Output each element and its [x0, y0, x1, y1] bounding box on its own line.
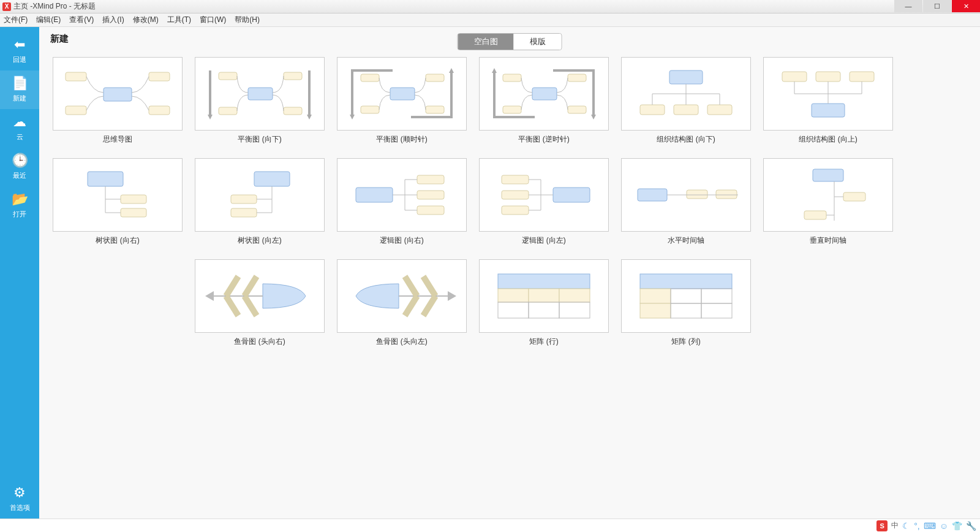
- sidebar-item-cloud[interactable]: ☁ 云: [0, 109, 39, 148]
- logic-right-icon: [344, 164, 460, 226]
- template-logic-right[interactable]: 逻辑图 (向右): [337, 158, 467, 246]
- template-label: 鱼骨图 (头向右): [195, 336, 325, 347]
- moon-icon[interactable]: ☾: [902, 521, 910, 531]
- window-minimize-button[interactable]: —: [894, 0, 922, 12]
- svg-rect-50: [231, 195, 257, 203]
- menu-edit[interactable]: 编辑(E): [36, 15, 61, 25]
- svg-rect-55: [417, 206, 444, 215]
- template-htimeline[interactable]: 水平时间轴: [621, 158, 751, 246]
- svg-rect-23: [503, 106, 521, 113]
- keyboard-icon[interactable]: ⌨: [924, 521, 936, 531]
- svg-rect-6: [219, 72, 237, 80]
- template-org-down[interactable]: 组织结构图 (向下): [621, 57, 751, 145]
- svg-marker-20: [449, 68, 454, 73]
- svg-marker-77: [448, 291, 456, 301]
- cloud-icon: ☁: [0, 114, 39, 130]
- template-label: 平衡图 (逆时针): [479, 134, 609, 145]
- comma-icon[interactable]: °,: [914, 521, 920, 531]
- tab-template[interactable]: 模版: [514, 34, 562, 50]
- menu-tools[interactable]: 工具(T): [167, 15, 191, 25]
- template-balance-ccw[interactable]: 平衡图 (逆时针): [479, 57, 609, 145]
- sidebar-label-recent: 最近: [13, 172, 26, 179]
- template-label: 树状图 (向右): [53, 235, 183, 246]
- template-tree-right[interactable]: 树状图 (向右): [53, 158, 183, 246]
- fishbone-left-icon: [344, 265, 460, 327]
- sidebar-item-back[interactable]: ⬅ 回退: [0, 32, 39, 70]
- app-logo-icon: X: [2, 2, 11, 11]
- menu-view[interactable]: 查看(V): [69, 15, 94, 25]
- svg-rect-89: [640, 274, 732, 289]
- template-matrix-row[interactable]: 矩阵 (行): [479, 259, 609, 347]
- window-close-button[interactable]: ✕: [952, 0, 980, 12]
- template-logic-left[interactable]: 逻辑图 (向左): [479, 158, 609, 246]
- menubar: 文件(F) 编辑(E) 查看(V) 插入(I) 修改(M) 工具(T) 窗口(W…: [0, 13, 980, 27]
- balance-cw-icon: [344, 63, 460, 124]
- balance-ccw-icon: [486, 63, 602, 124]
- svg-rect-95: [701, 303, 732, 318]
- menu-window[interactable]: 窗口(W): [200, 15, 226, 25]
- svg-rect-91: [640, 303, 671, 318]
- ime-lang[interactable]: 中: [891, 520, 899, 531]
- shirt-icon[interactable]: 👕: [952, 521, 962, 531]
- sidebar-item-recent[interactable]: 🕒 最近: [0, 148, 39, 186]
- template-fishbone-left[interactable]: 鱼骨图 (头向左): [337, 259, 467, 347]
- template-label: 逻辑图 (向左): [479, 235, 609, 246]
- template-label: 组织结构图 (向上): [763, 134, 893, 145]
- svg-rect-59: [502, 206, 529, 215]
- org-down-icon: [628, 63, 744, 124]
- svg-rect-56: [553, 188, 590, 202]
- menu-insert[interactable]: 插入(I): [102, 15, 124, 25]
- org-up-icon: [770, 63, 886, 124]
- svg-rect-93: [701, 289, 732, 303]
- template-matrix-col[interactable]: 矩阵 (列): [621, 259, 751, 347]
- page-title: 新建: [50, 33, 69, 45]
- svg-rect-9: [284, 107, 302, 115]
- template-label: 思维导图: [53, 134, 183, 145]
- svg-rect-58: [502, 191, 529, 199]
- svg-rect-0: [104, 88, 132, 101]
- svg-rect-18: [426, 106, 444, 113]
- template-mindmap[interactable]: 思维导图: [53, 57, 183, 145]
- matrix-row-icon: [486, 265, 602, 327]
- svg-rect-8: [284, 72, 302, 80]
- sidebar-item-new[interactable]: 📄 新建: [0, 70, 39, 109]
- matrix-col-icon: [628, 265, 744, 327]
- svg-marker-11: [208, 115, 213, 120]
- template-fishbone-right[interactable]: 鱼骨图 (头向右): [195, 259, 325, 347]
- sidebar-item-prefs[interactable]: ⚙ 首选项: [0, 480, 39, 519]
- sidebar-label-new: 新建: [13, 94, 26, 102]
- svg-line-81: [423, 296, 435, 316]
- svg-rect-53: [417, 175, 444, 184]
- window-title: 主页 -XMind Pro - 无标题: [13, 1, 96, 12]
- svg-line-75: [244, 296, 257, 316]
- wrench-icon[interactable]: 🔧: [966, 521, 976, 531]
- tab-blank[interactable]: 空白图: [458, 34, 514, 50]
- menu-file[interactable]: 文件(F): [4, 15, 28, 25]
- svg-rect-60: [638, 189, 667, 201]
- statusbar: S 中 ☾ °, ⌨ ☺ 👕 🔧: [0, 519, 980, 532]
- template-label: 组织结构图 (向下): [621, 134, 751, 145]
- svg-rect-21: [532, 88, 557, 100]
- svg-rect-84: [529, 289, 559, 302]
- sidebar-label-back: 回退: [13, 56, 26, 63]
- vtimeline-icon: [770, 164, 886, 226]
- svg-rect-24: [568, 74, 586, 82]
- template-tree-left[interactable]: 树状图 (向左): [195, 158, 325, 246]
- tree-right-icon: [59, 164, 176, 226]
- template-balance-down[interactable]: 平衡图 (向下): [195, 57, 325, 145]
- svg-rect-90: [640, 289, 671, 303]
- svg-rect-87: [529, 302, 559, 318]
- svg-line-79: [423, 276, 435, 296]
- template-label: 矩阵 (行): [479, 336, 609, 347]
- template-balance-cw[interactable]: 平衡图 (顺时针): [337, 57, 467, 145]
- ime-logo-icon[interactable]: S: [876, 520, 888, 531]
- menu-help[interactable]: 帮助(H): [235, 15, 260, 25]
- svg-rect-2: [66, 106, 86, 115]
- smile-icon[interactable]: ☺: [940, 521, 948, 531]
- menu-modify[interactable]: 修改(M): [133, 15, 159, 25]
- new-file-icon: 📄: [0, 75, 39, 91]
- template-vtimeline[interactable]: 垂直时间轴: [763, 158, 893, 246]
- sidebar-item-open[interactable]: 📂 打开: [0, 186, 39, 225]
- template-org-up[interactable]: 组织结构图 (向上): [763, 57, 893, 145]
- window-maximize-button[interactable]: ☐: [923, 0, 951, 12]
